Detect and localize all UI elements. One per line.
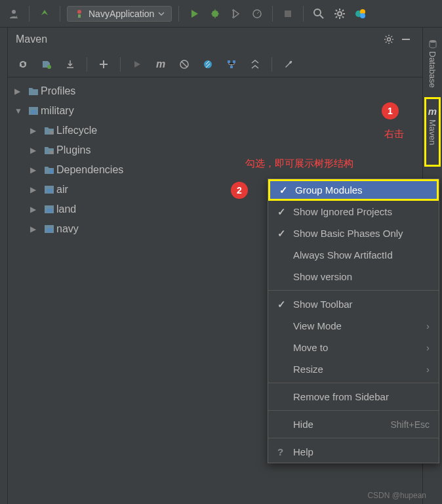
- annotation-text-1: 右击: [384, 128, 404, 140]
- tree-label: Dependencies: [56, 164, 123, 176]
- panel-title: Maven: [16, 33, 380, 45]
- chevron-right-icon: ▶: [14, 87, 26, 96]
- menu-show-version[interactable]: Show version: [268, 266, 439, 287]
- menu-label: Show Toolbar: [293, 299, 430, 310]
- add-icon[interactable]: [95, 56, 112, 73]
- check-icon: ✓: [279, 184, 295, 196]
- tab-label: Maven: [428, 119, 437, 145]
- menu-group-modules[interactable]: ✓ Group Modules: [268, 179, 439, 201]
- run-icon[interactable]: [186, 5, 203, 22]
- menu-shortcut: Shift+Esc: [390, 419, 430, 430]
- folder-icon: [26, 87, 41, 96]
- svg-point-11: [388, 38, 391, 41]
- svg-rect-23: [50, 170, 51, 173]
- menu-show-basic-phases[interactable]: ✓ Show Basic Phases Only: [268, 222, 439, 244]
- toggle-skip-tests-icon[interactable]: [176, 56, 193, 73]
- tree-profiles[interactable]: ▶ Profiles: [8, 81, 422, 101]
- panel-minimize-icon[interactable]: [397, 31, 414, 48]
- menu-hide[interactable]: Hide Shift+Esc: [268, 413, 439, 435]
- context-menu: ✓ Group Modules ✓ Show Ignored Projects …: [268, 178, 439, 463]
- svg-point-7: [338, 12, 342, 16]
- svg-point-22: [50, 150, 54, 154]
- maven-tab[interactable]: m Maven: [424, 97, 441, 167]
- debug-icon[interactable]: [207, 5, 224, 22]
- run-config-selector[interactable]: NavyApplication: [67, 6, 172, 22]
- annotation-badge-1: 1: [382, 102, 399, 119]
- menu-label: Hide: [293, 419, 390, 430]
- menu-show-toolbar[interactable]: ✓ Show Toolbar: [268, 293, 439, 315]
- annotation-text-2: 勾选，即可展示树形结构: [245, 158, 353, 170]
- check-icon: ✓: [277, 206, 293, 218]
- collapse-all-icon[interactable]: [247, 56, 264, 73]
- top-toolbar: NavyApplication: [0, 0, 442, 28]
- toolbox-icon[interactable]: [352, 5, 369, 22]
- chevron-right-icon: ›: [426, 342, 430, 353]
- tree-dependencies[interactable]: ▶ Dependencies: [8, 160, 422, 180]
- settings-icon[interactable]: [331, 5, 348, 22]
- svg-point-10: [360, 13, 365, 18]
- menu-label: Help: [293, 446, 430, 457]
- menu-resize[interactable]: Resize ›: [268, 358, 439, 380]
- chevron-right-icon: ▶: [30, 224, 42, 234]
- menu-always-artifactid[interactable]: Always Show ArtifactId: [268, 244, 439, 266]
- generate-sources-icon[interactable]: [38, 56, 55, 73]
- svg-rect-12: [402, 39, 410, 40]
- help-icon: ?: [277, 446, 293, 457]
- svg-text:m: m: [31, 108, 37, 116]
- panel-settings-icon[interactable]: [380, 31, 397, 48]
- left-gutter: [0, 28, 8, 504]
- user-icon[interactable]: [5, 5, 22, 22]
- maven-toolbar: m: [8, 51, 422, 77]
- search-icon[interactable]: [310, 5, 327, 22]
- svg-point-31: [430, 40, 436, 43]
- menu-view-mode[interactable]: View Mode ›: [268, 315, 439, 337]
- watermark: CSDN @hupean: [367, 491, 426, 500]
- maven-module-icon: m: [42, 184, 56, 195]
- folder-deps-icon: [42, 165, 56, 175]
- menu-separator: [268, 438, 439, 438]
- folder-gear-icon: [42, 126, 56, 135]
- execute-goal-icon[interactable]: m: [152, 56, 169, 73]
- check-icon: ✓: [277, 228, 293, 240]
- menu-show-ignored[interactable]: ✓ Show Ignored Projects: [268, 201, 439, 222]
- tree-lifecycle[interactable]: ▶ Lifecycle: [8, 121, 422, 140]
- svg-text:m: m: [47, 187, 52, 194]
- coverage-icon[interactable]: [228, 5, 245, 22]
- chevron-right-icon: ▶: [30, 205, 42, 214]
- maven-module-icon: m: [26, 106, 41, 116]
- chevron-right-icon: ▶: [30, 126, 42, 135]
- annotation-badge-2: 2: [231, 182, 248, 199]
- refresh-icon[interactable]: [14, 56, 31, 73]
- download-icon[interactable]: [62, 56, 79, 73]
- wrench-icon[interactable]: [280, 56, 297, 73]
- menu-move-to[interactable]: Move to ›: [268, 337, 439, 358]
- menu-help[interactable]: ? Help: [268, 441, 439, 463]
- show-deps-icon[interactable]: [223, 56, 240, 73]
- chevron-down-icon: ▼: [14, 106, 26, 116]
- menu-label: Show version: [293, 271, 430, 282]
- tab-label: Database: [428, 51, 437, 88]
- vcs-update-icon[interactable]: [36, 5, 53, 22]
- svg-rect-18: [230, 66, 233, 68]
- tree-label: air: [56, 184, 68, 196]
- tree-root-military[interactable]: ▼ m military: [8, 101, 422, 121]
- menu-remove-sidebar[interactable]: Remove from Sidebar: [268, 386, 439, 408]
- menu-separator: [268, 410, 439, 411]
- svg-point-1: [77, 10, 81, 14]
- menu-label: Move to: [293, 342, 426, 353]
- svg-rect-2: [78, 14, 81, 18]
- offline-mode-icon[interactable]: [199, 56, 216, 73]
- profile-icon[interactable]: [249, 5, 266, 22]
- tree-label: land: [56, 203, 76, 215]
- folder-gear-icon: [42, 146, 56, 155]
- run-maven-icon[interactable]: [129, 56, 146, 73]
- menu-label: Show Basic Phases Only: [293, 228, 430, 239]
- maven-module-icon: m: [42, 224, 56, 234]
- stop-icon[interactable]: [279, 5, 296, 22]
- panel-header: Maven: [8, 28, 422, 51]
- tree-label: Lifecycle: [56, 125, 97, 136]
- svg-rect-17: [233, 60, 235, 63]
- svg-text:m: m: [47, 226, 52, 234]
- tree-plugins[interactable]: ▶ Plugins: [8, 140, 422, 160]
- database-tab[interactable]: Database: [426, 35, 439, 92]
